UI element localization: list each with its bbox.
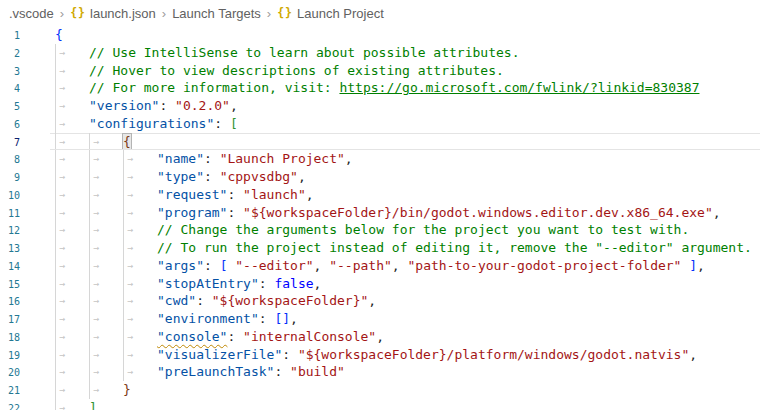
tab-whitespace-arrow-icon: →: [55, 168, 89, 186]
code-line[interactable]: 7→→{: [0, 133, 760, 151]
code-line[interactable]: 4→// For more information, visit: https:…: [0, 79, 760, 97]
line-number[interactable]: 15: [0, 276, 20, 294]
code-line[interactable]: 5→"version": "0.2.0",: [0, 97, 760, 115]
line-number[interactable]: 22: [0, 400, 20, 410]
tab-whitespace-arrow-icon: →: [89, 292, 123, 310]
line-number[interactable]: 18: [0, 329, 20, 347]
gutter: 21: [0, 381, 55, 399]
tab-whitespace-arrow-icon: →: [123, 150, 157, 168]
code-content: →→→"preLaunchTask": "build": [55, 363, 345, 381]
code-line[interactable]: 20→→→"preLaunchTask": "build": [0, 363, 760, 381]
code-token: false: [274, 276, 313, 291]
breadcrumb-label: Launch Targets: [172, 6, 261, 21]
code-line[interactable]: 21→→}: [0, 381, 760, 399]
gutter: 9: [0, 168, 55, 186]
tab-whitespace-arrow-icon: →: [89, 328, 123, 346]
code-token: "program": [157, 205, 227, 220]
code-editor[interactable]: 1{2→// Use IntelliSense to learn about p…: [0, 26, 760, 410]
line-number[interactable]: 4: [0, 80, 20, 98]
tab-whitespace-arrow-icon: →: [55, 310, 89, 328]
line-number[interactable]: 7: [0, 134, 20, 152]
tab-whitespace-arrow-icon: →: [89, 257, 123, 275]
code-line[interactable]: 17→→→"environment": [],: [0, 310, 760, 328]
gutter: 22: [0, 399, 55, 410]
code-token: "request": [157, 187, 227, 202]
line-number[interactable]: 9: [0, 169, 20, 187]
code-line[interactable]: 12→→→// Change the arguments below for t…: [0, 221, 760, 239]
code-line[interactable]: 3→// Hover to view descriptions of exist…: [0, 62, 760, 80]
code-line[interactable]: 6→"configurations": [: [0, 115, 760, 133]
code-token: "environment": [157, 311, 259, 326]
tab-whitespace-arrow-icon: →: [89, 310, 123, 328]
code-token: "internalConsole": [243, 329, 376, 344]
code-content: →→→"type": "cppvsdbg",: [55, 168, 306, 186]
line-number[interactable]: 19: [0, 347, 20, 365]
code-line[interactable]: 10→→→"request": "launch",: [0, 186, 760, 204]
breadcrumb-item-launch-project[interactable]: {} Launch Project: [277, 6, 384, 21]
line-number[interactable]: 8: [0, 151, 20, 169]
line-number[interactable]: 13: [0, 240, 20, 258]
line-number[interactable]: 21: [0, 382, 20, 400]
vscode-editor-window: .vscode › {} launch.json › Launch Target…: [0, 0, 760, 410]
code-token: :: [159, 98, 175, 113]
line-number[interactable]: 17: [0, 311, 20, 329]
code-content: →→→// Change the arguments below for the…: [55, 221, 689, 239]
line-number[interactable]: 5: [0, 98, 20, 116]
code-token: // Hover to view descriptions of existin…: [89, 63, 504, 78]
gutter: 13: [0, 239, 55, 257]
tab-whitespace-arrow-icon: →: [55, 257, 89, 275]
code-line[interactable]: 13→→→// To run the project instead of ed…: [0, 239, 760, 257]
line-number[interactable]: 3: [0, 63, 20, 81]
tab-whitespace-arrow-icon: →: [55, 133, 89, 151]
code-line[interactable]: 8→→→"name": "Launch Project",: [0, 150, 760, 168]
breadcrumb-item-launch-json[interactable]: {} launch.json: [70, 6, 156, 21]
code-line[interactable]: 22→]: [0, 399, 760, 410]
tab-whitespace-arrow-icon: →: [89, 346, 123, 364]
line-number[interactable]: 2: [0, 45, 20, 63]
code-line[interactable]: 19→→→"visualizerFile": "${workspaceFolde…: [0, 346, 760, 364]
code-line[interactable]: 18→→→"console": "internalConsole",: [0, 328, 760, 346]
gutter: 18: [0, 328, 55, 346]
tab-whitespace-arrow-icon: →: [123, 186, 157, 204]
line-number[interactable]: 12: [0, 222, 20, 240]
tab-whitespace-arrow-icon: →: [55, 399, 89, 410]
code-token: ,: [713, 205, 721, 220]
tab-whitespace-arrow-icon: →: [55, 221, 89, 239]
breadcrumb-item-launch-targets[interactable]: Launch Targets: [172, 6, 261, 21]
line-number[interactable]: 20: [0, 364, 20, 382]
line-number[interactable]: 16: [0, 293, 20, 311]
code-line[interactable]: 16→→→"cwd": "${workspaceFolder}",: [0, 292, 760, 310]
code-line[interactable]: 1{: [0, 26, 760, 44]
code-token: ,: [306, 187, 314, 202]
tab-whitespace-arrow-icon: →: [123, 310, 157, 328]
gutter: 15: [0, 275, 55, 293]
line-number[interactable]: 14: [0, 258, 20, 276]
breadcrumb-item-vscode[interactable]: .vscode: [9, 6, 54, 21]
code-token: {: [123, 134, 131, 149]
code-line[interactable]: 15→→→"stopAtEntry": false,: [0, 275, 760, 293]
line-number[interactable]: 6: [0, 116, 20, 134]
code-content: →→→"stopAtEntry": false,: [55, 275, 321, 293]
tab-whitespace-arrow-icon: →: [55, 62, 89, 80]
code-token: ,: [314, 276, 322, 291]
code-line[interactable]: 9→→→"type": "cppvsdbg",: [0, 168, 760, 186]
code-line[interactable]: 14→→→"args": [ "--editor", "--path", "pa…: [0, 257, 760, 275]
line-number[interactable]: 11: [0, 205, 20, 223]
code-token: ,: [290, 311, 298, 326]
line-number[interactable]: 10: [0, 187, 20, 205]
code-line[interactable]: 2→// Use IntelliSense to learn about pos…: [0, 44, 760, 62]
code-content: →→→"cwd": "${workspaceFolder}",: [55, 292, 376, 310]
breadcrumb-label: Launch Project: [297, 6, 384, 21]
gutter: 10: [0, 186, 55, 204]
comment-link[interactable]: https://go.microsoft.com/fwlink/?linkid=…: [339, 80, 699, 95]
code-token: "version": [89, 98, 159, 113]
tab-whitespace-arrow-icon: →: [89, 133, 123, 151]
code-line[interactable]: 11→→→"program": "${workspaceFolder}/bin/…: [0, 204, 760, 222]
line-number[interactable]: 1: [0, 27, 20, 45]
code-token: "0.2.0": [175, 98, 230, 113]
tab-whitespace-arrow-icon: →: [123, 221, 157, 239]
tab-whitespace-arrow-icon: →: [55, 239, 89, 257]
tab-whitespace-arrow-icon: →: [123, 257, 157, 275]
code-content: →"configurations": [: [55, 115, 238, 133]
code-token: ,: [392, 258, 408, 273]
